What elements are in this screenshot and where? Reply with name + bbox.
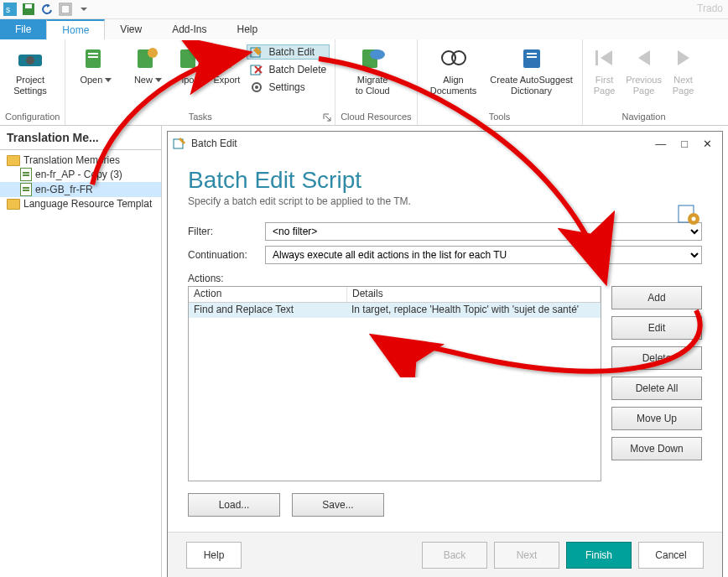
svg-rect-26 [595,50,598,65]
import-icon [177,44,204,71]
tab-view[interactable]: View [105,19,157,39]
svg-text:s: s [6,5,10,14]
project-settings-button[interactable]: Project Settings [5,41,55,96]
dialog-title: Batch Edit [191,138,237,149]
settings-button[interactable]: Settings [247,80,330,95]
finish-button[interactable]: Finish [566,542,632,569]
save-all-icon[interactable] [59,3,72,16]
next-page-button: Next Page [667,41,700,96]
open-button[interactable]: Open [70,41,121,86]
save-icon[interactable] [22,3,35,16]
qat-dropdown-icon[interactable] [77,3,91,16]
dialog-launcher-icon[interactable] [323,113,331,122]
batch-delete-button[interactable]: Batch Delete [247,62,330,77]
qat-icon-app: s [3,3,17,16]
dictionary-icon [518,44,545,71]
new-icon [134,44,161,71]
svg-rect-5 [61,5,70,13]
help-button[interactable]: Help [186,542,242,569]
left-panel: Translation Me... Translation Memories e… [0,126,162,577]
next-button: Next [494,542,559,569]
migrate-to-cloud-button[interactable]: Migrate to Cloud [341,41,404,96]
maximize-icon[interactable]: □ [681,138,688,150]
filter-select[interactable]: <no filter> [265,222,702,241]
next-page-icon [670,44,697,71]
dialog-titlebar: Batch Edit — □ ✕ [168,132,722,155]
gear-icon [17,44,44,71]
folder-icon [7,155,20,166]
batch-edit-button[interactable]: Batch Edit [247,44,330,60]
svg-rect-24 [527,53,537,55]
delete-button[interactable]: Delete [611,346,702,370]
new-button[interactable]: New [122,41,173,86]
tree-item-tm1[interactable]: en-fr_AP - Copy (3) [0,167,161,182]
main-area: Translation Me... Translation Memories e… [0,126,728,577]
export-icon [213,44,240,71]
tm-icon [20,183,32,196]
continuation-select[interactable]: Always execute all edit actions in the l… [265,246,702,264]
move-down-button[interactable]: Move Down [611,437,702,460]
window-controls: — □ ✕ [655,138,717,150]
dialog-body: Batch Edit Script Specify a batch edit s… [168,155,722,532]
tab-help[interactable]: Help [222,19,273,39]
group-tools: Align Documents Create AutoSuggest Dicti… [418,39,583,125]
group-configuration: Project Settings Configuration [0,39,65,125]
filter-row: Filter: <no filter> [188,222,702,241]
app-brand: Trado [697,3,723,14]
group-navigation: First Page Previous Page Next Page Navig… [583,39,705,125]
col-action: Action [189,287,347,302]
load-button[interactable]: Load... [188,493,280,517]
add-button[interactable]: Add [611,286,702,309]
move-up-button[interactable]: Move Up [611,407,702,430]
grid-row[interactable]: Find and Replace Text In target, replace… [189,303,601,318]
dialog-heading: Batch Edit Script [188,167,702,194]
svg-point-12 [148,48,158,58]
quick-access-toolbar: s Trado [0,0,728,19]
import-button[interactable]: iport [174,41,206,86]
first-page-button: First Page [588,41,621,96]
svg-point-7 [26,56,34,65]
align-icon [440,44,467,71]
actions-label: Actions: [188,273,702,284]
tab-addins[interactable]: Add-Ins [157,19,221,39]
align-documents-button[interactable]: Align Documents [423,41,485,96]
continuation-row: Continuation: Always execute all edit ac… [188,246,702,264]
cell-details: In target, replace 'Health Topic' with '… [346,303,601,318]
dialog-subtitle: Specify a batch edit script to be applie… [188,195,702,207]
edit-button[interactable]: Edit [611,316,702,340]
export-button[interactable]: Export [208,41,245,86]
svg-rect-3 [25,4,32,8]
filter-label: Filter: [188,226,265,237]
undo-icon[interactable] [40,3,54,16]
back-button: Back [422,542,487,569]
tm-icon [20,168,32,181]
cancel-button[interactable]: Cancel [638,542,704,569]
tab-file[interactable]: File [0,19,46,39]
side-buttons: Add Edit Delete Delete All Move Up Move … [611,286,702,481]
first-page-icon [591,44,618,71]
svg-point-30 [692,217,696,221]
batch-delete-icon [250,63,263,76]
svg-rect-9 [88,53,98,55]
tab-home[interactable]: Home [46,19,105,39]
tree-root-tm[interactable]: Translation Memories [0,153,161,167]
save-button[interactable]: Save... [292,493,384,517]
tree-item-tm2[interactable]: en-GB_fr-FR [0,182,161,197]
tree: Translation Memories en-fr_AP - Copy (3)… [0,150,161,577]
tasks-small-buttons: Batch Edit Batch Delete Settings [247,41,330,95]
svg-rect-13 [180,49,195,68]
group-tasks: Open New iport Export Batch Edit [65,39,335,125]
minimize-icon[interactable]: — [655,138,666,150]
svg-rect-14 [216,49,231,68]
grid-header: Action Details [189,287,601,303]
prev-page-icon [631,44,658,71]
cell-action: Find and Replace Text [189,303,346,318]
delete-all-button[interactable]: Delete All [611,377,702,400]
svg-rect-8 [86,49,101,68]
close-icon[interactable]: ✕ [703,138,712,150]
svg-rect-10 [88,56,98,58]
dialog-footer: Help Back Next Finish Cancel [168,532,722,577]
create-autosuggest-button[interactable]: Create AutoSuggest Dictionary [486,41,577,96]
tree-root-lang[interactable]: Language Resource Templat [0,197,161,211]
folder-icon [7,199,20,210]
